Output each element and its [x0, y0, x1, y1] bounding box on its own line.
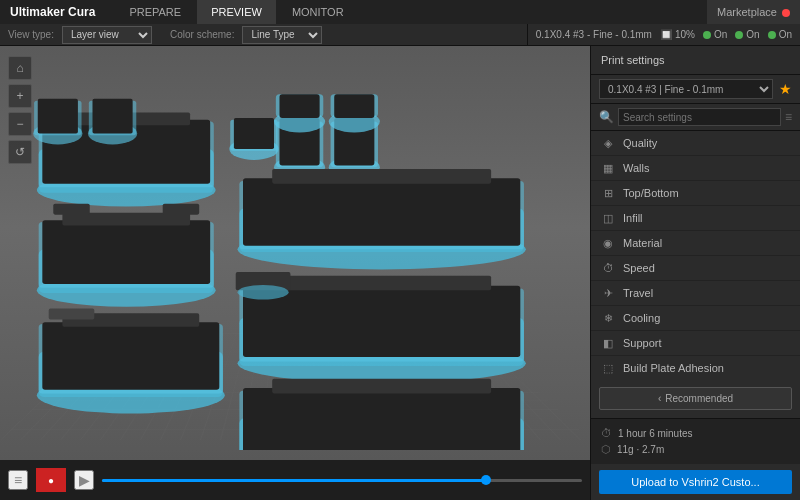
zoom-out-button[interactable]: − — [8, 112, 32, 136]
tab-monitor[interactable]: MONITOR — [278, 0, 358, 24]
tab-prepare[interactable]: PREPARE — [115, 0, 195, 24]
on-status-2: On — [735, 29, 759, 40]
settings-item-support[interactable]: ◧ Support — [591, 331, 800, 356]
tab-preview[interactable]: PREVIEW — [197, 0, 276, 24]
svg-rect-11 — [334, 94, 374, 118]
settings-item-label: Top/Bottom — [623, 187, 679, 199]
layer-icon-button[interactable]: ≡ — [8, 470, 28, 490]
printer-status: 0.1X0.4 #3 - Fine - 0.1mm — [536, 29, 652, 40]
print-settings-title: Print settings — [591, 46, 800, 75]
printer-label: 0.1X0.4 #3 - Fine - 0.1mm — [536, 29, 652, 40]
time-stat: ⏱ 1 hour 6 minutes — [601, 425, 790, 441]
recommended-button[interactable]: ‹ Recommended — [599, 387, 792, 410]
settings-item-build-plate-adhesion[interactable]: ⬚ Build Plate Adhesion — [591, 356, 800, 379]
zoom-in-button[interactable]: + — [8, 84, 32, 108]
svg-rect-52 — [92, 99, 132, 134]
status-dot-1 — [703, 31, 711, 39]
upload-label: Upload to Vshrin2 Custo... — [631, 476, 759, 488]
settings-item-label: Walls — [623, 162, 649, 174]
svg-rect-55 — [234, 118, 274, 149]
settings-item-label: Travel — [623, 287, 653, 299]
play-button[interactable]: ▶ — [74, 470, 94, 490]
layer-slider-container — [102, 479, 582, 482]
svg-rect-33 — [243, 178, 520, 246]
settings-list: ◈ Quality ▦ Walls ⊞ Top/Bottom ◫ Infill … — [591, 131, 800, 379]
status-bar-right: 0.1X0.4 #3 - Fine - 0.1mm 🔲 10% On On On — [527, 24, 800, 46]
color-scheme-label: Color scheme: — [170, 29, 234, 40]
settings-item-icon: ◉ — [601, 236, 615, 250]
search-row: 🔍 ≡ — [591, 104, 800, 131]
settings-item-icon: ▦ — [601, 161, 615, 175]
settings-item-infill[interactable]: ◫ Infill — [591, 206, 800, 231]
rotate-button[interactable]: ↺ — [8, 140, 32, 164]
settings-item-label: Infill — [623, 212, 643, 224]
settings-item-speed[interactable]: ⏱ Speed — [591, 256, 800, 281]
settings-item-label: Quality — [623, 137, 657, 149]
left-tools: ⌂ + − ↺ — [8, 56, 32, 164]
settings-item-label: Support — [623, 337, 662, 349]
status-dot-2 — [735, 31, 743, 39]
settings-item-label: Speed — [623, 262, 655, 274]
svg-rect-8 — [279, 94, 319, 118]
settings-item-label: Cooling — [623, 312, 660, 324]
material-icon: ⬡ — [601, 443, 611, 456]
svg-rect-46 — [272, 379, 491, 394]
settings-item-icon: ✈ — [601, 286, 615, 300]
svg-rect-22 — [53, 204, 89, 215]
3d-viewport[interactable] — [0, 46, 590, 500]
marketplace-label: Marketplace — [717, 6, 777, 18]
settings-item-icon: ⏱ — [601, 261, 615, 275]
settings-item-icon: ◧ — [601, 336, 615, 350]
profile-row: 0.1X0.4 #3 | Fine - 0.1mm ★ — [591, 75, 800, 104]
settings-item-travel[interactable]: ✈ Travel — [591, 281, 800, 306]
app-logo: Ultimaker Cura — [0, 5, 105, 19]
top-bar: Ultimaker Cura PREPARE PREVIEW MONITOR M… — [0, 0, 800, 24]
layer-slider-handle — [481, 475, 491, 485]
settings-item-walls[interactable]: ▦ Walls — [591, 156, 800, 181]
svg-rect-23 — [163, 204, 199, 215]
view-type-select[interactable]: Layer view — [62, 26, 152, 44]
svg-rect-39 — [272, 276, 491, 291]
svg-rect-34 — [272, 169, 491, 184]
notification-dot — [782, 9, 790, 17]
settings-item-icon: ◈ — [601, 136, 615, 150]
layer-slider[interactable] — [102, 479, 582, 482]
svg-rect-29 — [49, 309, 95, 320]
nav-tabs: PREPARE PREVIEW MONITOR — [115, 0, 357, 24]
svg-rect-27 — [42, 322, 219, 390]
bottom-bar: ≡ ● ▶ — [0, 460, 590, 500]
chevron-left-icon: ‹ — [658, 393, 661, 404]
svg-rect-20 — [42, 220, 210, 284]
layer-slider-fill — [102, 479, 486, 482]
material-stat: ⬡ 11g · 2.7m — [601, 441, 790, 458]
home-tool-button[interactable]: ⌂ — [8, 56, 32, 80]
svg-rect-38 — [243, 286, 520, 357]
material-value: 11g · 2.7m — [617, 444, 664, 455]
main-viewport[interactable] — [0, 46, 590, 500]
settings-item-quality[interactable]: ◈ Quality — [591, 131, 800, 156]
right-panel: Print settings 0.1X0.4 #3 | Fine - 0.1mm… — [590, 46, 800, 500]
search-input[interactable] — [618, 108, 781, 126]
profile-select[interactable]: 0.1X0.4 #3 | Fine - 0.1mm — [599, 79, 773, 99]
svg-rect-49 — [38, 99, 78, 134]
settings-item-material[interactable]: ◉ Material — [591, 231, 800, 256]
settings-item-icon: ⊞ — [601, 186, 615, 200]
marketplace-button[interactable]: Marketplace — [707, 0, 800, 24]
settings-item-icon: ❄ — [601, 311, 615, 325]
record-button[interactable]: ● — [36, 468, 66, 492]
color-scheme-select[interactable]: Line Type — [242, 26, 322, 44]
settings-item-icon: ⬚ — [601, 361, 615, 375]
fill-status: 🔲 10% — [660, 29, 695, 40]
status-dot-3 — [768, 31, 776, 39]
svg-rect-45 — [243, 388, 520, 450]
settings-item-top-bottom[interactable]: ⊞ Top/Bottom — [591, 181, 800, 206]
upload-button[interactable]: Upload to Vshrin2 Custo... — [599, 470, 792, 494]
recommended-label: Recommended — [665, 393, 733, 404]
svg-rect-21 — [62, 213, 190, 226]
view-type-label: View type: — [8, 29, 54, 40]
settings-item-label: Material — [623, 237, 662, 249]
settings-item-cooling[interactable]: ❄ Cooling — [591, 306, 800, 331]
on-status-3: On — [768, 29, 792, 40]
profile-star-icon[interactable]: ★ — [779, 81, 792, 97]
menu-icon[interactable]: ≡ — [785, 110, 792, 124]
